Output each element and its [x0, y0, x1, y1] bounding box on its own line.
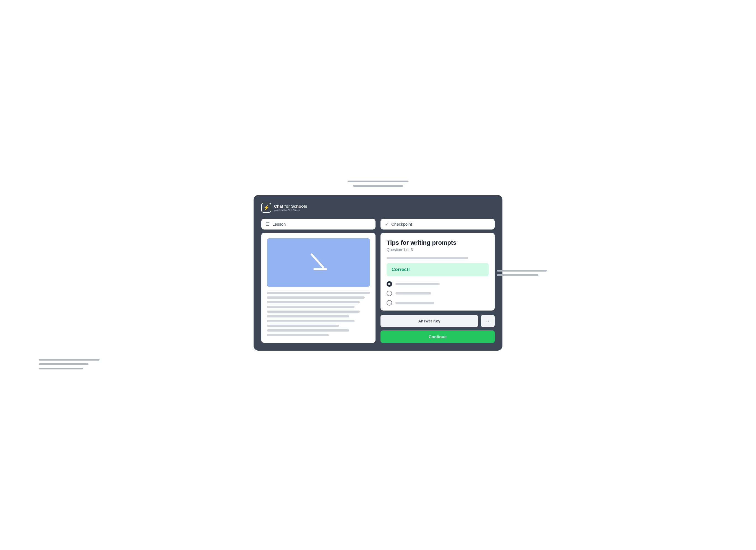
right-panel: ✓ Checkpoint Tips for writing prompts Qu… — [380, 219, 495, 343]
svg-line-0 — [312, 254, 323, 267]
deco-line-bottom-2 — [39, 363, 88, 365]
text-line-1 — [267, 292, 370, 294]
text-line-3 — [267, 301, 360, 303]
checkpoint-tab-label: Checkpoint — [391, 222, 412, 226]
text-line-6 — [267, 315, 349, 317]
left-panel: ☰ Lesson — [261, 219, 376, 343]
answer-line-2 — [395, 292, 431, 294]
lesson-tab-label: Lesson — [272, 222, 286, 226]
question-header: Tips for writing prompts Question 1 of 3 — [387, 239, 489, 252]
deco-line-right-1 — [497, 270, 547, 272]
deco-line-top-2 — [353, 185, 403, 187]
right-panel-buttons: Answer Key → Continue — [380, 314, 495, 343]
text-line-7 — [267, 320, 354, 322]
question-placeholder-line — [387, 257, 468, 259]
text-line-5 — [267, 311, 360, 313]
next-arrow-button[interactable]: → — [481, 315, 495, 327]
app-window: ⚡ Chat for Schools powered by Skill Stru… — [254, 195, 502, 351]
answer-option-2[interactable] — [387, 291, 489, 296]
answer-key-button[interactable]: Answer Key — [380, 315, 478, 327]
answer-options — [387, 281, 489, 306]
deco-line-right-2 — [497, 274, 538, 276]
lesson-image-placeholder — [267, 238, 370, 287]
radio-1[interactable] — [387, 281, 392, 287]
text-line-8 — [267, 325, 339, 327]
radio-2[interactable] — [387, 291, 392, 296]
hamburger-icon: ☰ — [266, 221, 270, 227]
question-subtitle: Question 1 of 3 — [387, 247, 489, 252]
logo-subtitle: powered by Skill Struck — [274, 209, 307, 212]
lesson-tab[interactable]: ☰ Lesson — [261, 219, 376, 230]
logo-text-group: Chat for Schools powered by Skill Struck — [274, 204, 307, 212]
lesson-text-lines — [267, 292, 370, 336]
deco-lines-bottom — [39, 359, 100, 369]
answer-line-3 — [395, 302, 434, 304]
question-title: Tips for writing prompts — [387, 239, 489, 247]
deco-lines-right — [497, 270, 547, 276]
app-header: ⚡ Chat for Schools powered by Skill Stru… — [261, 203, 495, 213]
lesson-image-icon — [306, 250, 331, 275]
checkpoint-card: Tips for writing prompts Question 1 of 3… — [380, 233, 495, 311]
text-line-10 — [267, 334, 329, 336]
text-line-4 — [267, 306, 354, 308]
checkpoint-tab[interactable]: ✓ Checkpoint — [380, 219, 495, 230]
logo-box: ⚡ — [261, 203, 271, 213]
panels: ☰ Lesson — [261, 219, 495, 343]
deco-line-bottom-1 — [39, 359, 100, 361]
answer-line-1 — [395, 283, 440, 285]
continue-button[interactable]: Continue — [380, 330, 495, 343]
text-line-2 — [267, 296, 365, 299]
deco-line-top-1 — [348, 181, 408, 182]
text-line-9 — [267, 329, 349, 332]
correct-banner: Correct! — [387, 263, 489, 276]
radio-3[interactable] — [387, 300, 392, 306]
answer-option-1[interactable] — [387, 281, 489, 287]
lesson-content-card — [261, 233, 376, 343]
deco-line-bottom-3 — [39, 368, 83, 369]
buttons-row: Answer Key → — [380, 315, 495, 327]
logo-bolt-icon: ⚡ — [263, 205, 269, 210]
correct-text: Correct! — [392, 267, 410, 272]
logo-title: Chat for Schools — [274, 204, 307, 209]
deco-lines-top — [348, 181, 408, 187]
check-circle-icon: ✓ — [385, 221, 389, 227]
answer-option-3[interactable] — [387, 300, 489, 306]
